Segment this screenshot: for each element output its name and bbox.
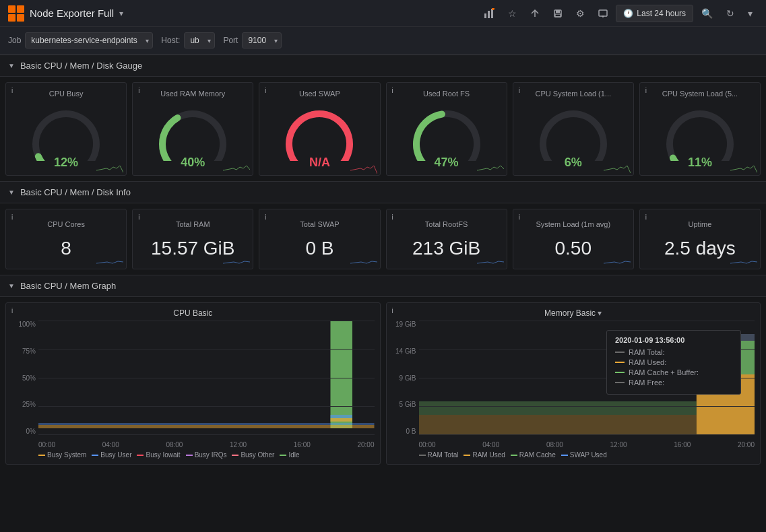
gauge-chevron-icon: ▼ [8,62,15,69]
star-btn[interactable]: ☆ [503,4,522,23]
card-info-used-swap: i [265,87,266,94]
card-info-cpu-load-5: i [645,87,647,94]
mem-legend-item: SWAP Used [561,451,607,459]
mem-y-label: 0 B [406,428,416,435]
sparkline-used-ram [223,160,250,174]
info-card-cpu-cores: i CPU Cores 8 [5,209,127,269]
tooltip-dash [615,372,625,373]
cpu-x-label: 12:00 [230,441,247,448]
info-card-title-total-rootfs: Total RootFS [425,220,468,228]
svg-rect-5 [556,10,560,13]
title-dropdown-icon[interactable]: ▾ [119,9,123,18]
info-card-title-uptime: Uptime [689,220,712,228]
tooltip-label: RAM Total: [629,348,665,356]
info-card-info-total-ram: i [138,213,139,221]
gauge-container-used-swap [265,100,374,161]
info-chevron-icon: ▼ [8,189,15,196]
card-info-cpu-load-1: i [519,87,520,94]
header: Node Exporter Full ▾ ☆ ⚙ [0,0,766,27]
cpu-x-label: 16:00 [294,441,311,448]
mem-graph-title: Memory Basic ▾ [392,308,755,318]
legend-color [186,455,193,456]
host-select[interactable]: ub [184,32,215,48]
info-card-total-swap: i Total SWAP 0 B [259,209,380,269]
save-btn[interactable] [548,5,568,22]
mem-y-label: 14 GiB [395,347,416,355]
mem-y-label: 19 GiB [395,321,416,328]
tooltip-label: RAM Free: [629,378,664,387]
job-select-wrapper: kubernetes-service-endpoints [25,32,153,48]
mem-x-label: 00:00 [419,441,436,448]
cpu-grid-lines [38,321,375,435]
mem-x-label: 12:00 [610,441,627,448]
time-range-btn[interactable]: 🕐 Last 24 hours [616,5,693,22]
dashboard-icon-btn[interactable] [478,4,500,23]
mem-graph-info: i [392,307,393,314]
mem-legend-item: RAM Used [464,451,505,459]
info-card-title-total-swap: Total SWAP [300,220,339,228]
gauge-container-cpu-load-1 [519,100,628,161]
refresh-dropdown-btn[interactable]: ▾ [742,4,758,23]
info-card-info-total-rootfs: i [392,213,393,221]
cpu-legend-item: Idle [280,451,299,459]
save-icon [553,9,563,18]
info-card-value-total-swap: 0 B [305,238,333,259]
bar-chart-icon [484,8,494,19]
legend-color [511,455,517,456]
tooltip-row: RAM Free: [615,378,732,387]
info-card-total-rootfs: i Total RootFS 213 GiB [386,209,507,269]
info-card-value-total-ram: 15.57 GiB [151,238,235,259]
info-section-header[interactable]: ▼ Basic CPU / Mem / Disk Info [0,181,766,203]
mem-y-axis: 19 GiB14 GiB9 GiB5 GiB0 B [392,321,419,435]
host-filter: Host: ub [161,32,215,48]
cpu-legend-item: Busy Other [232,451,274,459]
app-title: Node Exporter Full [30,7,114,19]
port-select[interactable]: 9100 [242,32,282,48]
cpu-y-label: 100% [18,321,36,328]
info-card-info-total-swap: i [265,213,266,221]
header-right: ☆ ⚙ 🕐 Last 24 hours 🔍 ↻ ▾ [478,4,758,23]
cpu-x-label: 00:00 [38,441,55,448]
tooltip-row: RAM Cache + Buffer: [615,368,732,376]
graph-section-header[interactable]: ▼ Basic CPU / Mem Graph [0,275,766,297]
sparkline-used-rootfs [477,160,504,174]
mem-graph-area: 19 GiB14 GiB9 GiB5 GiB0 B [392,321,755,448]
cpu-x-label: 20:00 [357,441,374,448]
host-select-wrapper: ub [184,32,215,48]
tooltip-dash [615,362,625,363]
info-section: ▼ Basic CPU / Mem / Disk Info i CPU Core… [0,181,766,275]
card-title-used-swap: Used SWAP [265,90,374,98]
legend-label: Busy Other [241,451,274,459]
card-info-used-ram: i [138,87,139,94]
info-section-title: Basic CPU / Mem / Disk Info [20,187,131,197]
share-btn[interactable] [525,5,545,22]
legend-label: RAM Cache [519,451,556,459]
gauge-section-title: Basic CPU / Mem / Disk Gauge [20,61,142,71]
graph-section: ▼ Basic CPU / Mem Graph i CPU Basic 100%… [0,275,766,470]
port-label: Port [223,36,238,45]
mem-chart-area: 2020-01-09 13:56:00 RAM Total: RAM Used:… [419,321,755,435]
job-select[interactable]: kubernetes-service-endpoints [25,32,153,48]
card-info-cpu-busy: i [11,87,13,94]
sparkline-cpu-load-1 [604,160,631,174]
svg-rect-2 [491,9,493,18]
job-label: Job [8,36,21,45]
refresh-btn[interactable]: ↻ [721,4,740,23]
gauge-row: i CPU Busy 12% i Used RAM Memory 40% [0,77,766,181]
gauge-section-header[interactable]: ▼ Basic CPU / Mem / Disk Gauge [0,55,766,77]
host-label: Host: [161,36,180,45]
tooltip-dash [615,382,625,383]
app-logo [8,5,24,22]
zoom-btn[interactable]: 🔍 [696,4,718,23]
info-card-info-uptime: i [645,213,647,221]
svg-rect-7 [599,10,607,16]
legend-color [561,455,568,456]
legend-color [232,455,238,456]
mem-x-label: 20:00 [738,441,755,448]
svg-rect-0 [484,13,486,18]
cpu-y-label: 75% [22,347,36,355]
tv-btn[interactable] [593,5,613,22]
settings-btn[interactable]: ⚙ [571,4,590,23]
cpu-y-label: 50% [22,374,36,382]
cpu-graph-title: CPU Basic [11,308,375,318]
